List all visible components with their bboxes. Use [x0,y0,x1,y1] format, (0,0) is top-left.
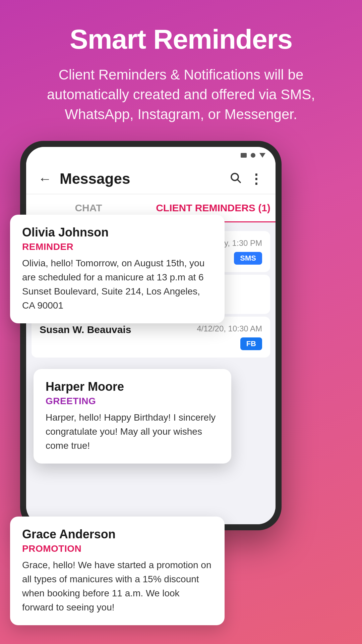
battery-icon [259,153,265,158]
card-grace-type: PROMOTION [22,543,213,554]
svg-line-1 [238,180,240,182]
floating-card-grace: Grace Anderson PROMOTION Grace, hello! W… [10,517,225,625]
card-olivia-name: Olivia Johnson [22,225,213,239]
status-bar [26,147,276,164]
card-olivia-body: Olivia, hello! Tomorrow, on August 15th,… [22,256,213,313]
card-harper-name: Harper Moore [46,380,219,394]
card-olivia-type: REMINDER [22,241,213,252]
message-time-susan: 4/12/20, 10:30 AM [197,324,262,333]
wifi-icon [251,153,255,158]
search-icon[interactable] [229,171,241,186]
header-section: Smart Reminders Client Reminders & Notif… [0,0,362,141]
signal-icon [241,153,247,158]
card-grace-body: Grace, hello! We have started a promotio… [22,558,213,614]
page-subtitle: Client Reminders & Notifications will be… [27,65,335,124]
card-harper-body: Harper, hello! Happy Birthday! I sincere… [46,411,219,453]
message-sender-susan: Susan W. Beauvais [40,324,131,335]
fb-badge-susan: FB [240,337,262,350]
more-options-icon[interactable]: ⋮ [249,171,263,186]
app-header: ← Messages ⋮ [26,164,276,194]
card-grace-name: Grace Anderson [22,527,213,541]
page-title: Smart Reminders [27,23,335,55]
back-button[interactable]: ← [38,171,52,186]
card-harper-type: GREETING [46,396,219,407]
phone-screen: ← Messages ⋮ CHAT [26,147,276,524]
phone-frame: ← Messages ⋮ CHAT [20,141,282,530]
page-container: Smart Reminders Client Reminders & Notif… [0,0,362,557]
floating-card-olivia: Olivia Johnson REMINDER Olivia, hello! T… [10,215,225,323]
sms-badge-viola: SMS [234,252,262,265]
floating-card-harper: Harper Moore GREETING Harper, hello! Hap… [34,369,231,464]
header-icons: ⋮ [229,171,263,186]
app-screen-title: Messages [60,170,221,187]
